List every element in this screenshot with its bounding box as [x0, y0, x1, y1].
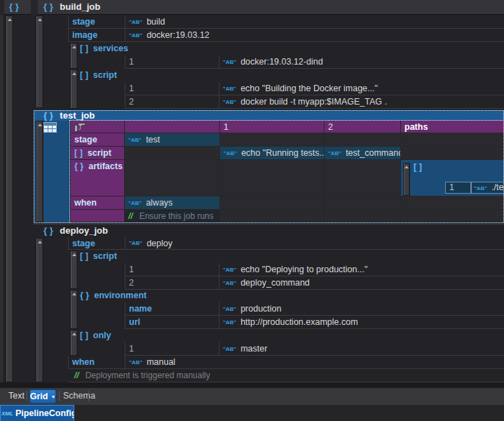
index-label: 1: [129, 83, 134, 93]
only-collapse-bar[interactable]: [70, 330, 78, 356]
deploy-job-header[interactable]: { } deploy_job: [43, 225, 108, 236]
table-empty-cell[interactable]: [219, 160, 324, 196]
build-script-collapse-bar[interactable]: [70, 69, 78, 109]
root-collapse-bar[interactable]: [6, 15, 13, 382]
table-stage-key-cell[interactable]: stage: [70, 133, 124, 147]
table-comment-cell[interactable]: //Ensure this job runs: [124, 210, 219, 222]
test-job-header-row[interactable]: [34, 110, 504, 121]
object-brace-icon: { }: [43, 1, 53, 12]
environment-url-key-cell[interactable]: url: [125, 316, 219, 329]
image-value-cell[interactable]: "AB"docker:19.03.12: [125, 29, 504, 42]
when-key-cell[interactable]: when: [68, 356, 125, 369]
file-tab-pipelineconfig[interactable]: XML PipelineConfig: [0, 405, 74, 421]
only-index-cell[interactable]: 1: [125, 342, 219, 356]
stage-key-cell[interactable]: stage: [68, 15, 125, 29]
table-empty-cell[interactable]: [400, 196, 504, 210]
table-corner-cell[interactable]: ⤴: [70, 121, 124, 133]
table-col-header-paths[interactable]: paths: [400, 121, 504, 133]
string-type-icon: "AB": [128, 200, 142, 206]
stage-value-cell[interactable]: "AB"deploy: [125, 237, 504, 250]
value-text: deploy_command: [240, 278, 310, 288]
deploy-comment-row[interactable]: //Deployment is triggered manually: [74, 369, 210, 382]
tab-grid[interactable]: Grid ▼: [29, 389, 56, 403]
root-object-brace-icon[interactable]: { }: [9, 1, 19, 12]
table-artifacts-key-cell[interactable]: { }artifacts: [70, 160, 124, 196]
table-when-key-cell[interactable]: when: [70, 196, 124, 210]
environment-object-label[interactable]: { }environment: [80, 289, 147, 302]
paths-array-collapse-bar[interactable]: [403, 163, 410, 196]
table-when-value-cell[interactable]: "AB"always: [124, 196, 219, 210]
string-type-icon: "AB": [129, 19, 142, 25]
table-stage-value-cell[interactable]: "AB"test: [124, 133, 219, 147]
script-value-cell[interactable]: "AB"echo "Building the Docker image...": [219, 82, 504, 95]
transpose-table-icon[interactable]: ⤴: [74, 122, 86, 132]
table-empty-cell[interactable]: [219, 196, 324, 210]
only-array-label[interactable]: [ ]only: [80, 329, 111, 342]
collapse-arrow-icon: [72, 72, 76, 75]
collapse-arrow-icon: [38, 18, 42, 21]
services-value-cell[interactable]: "AB"docker:19.03.12-dind: [219, 55, 504, 69]
table-empty-cell[interactable]: [324, 196, 400, 210]
table-empty-cell[interactable]: [400, 133, 504, 147]
value-text: echo "Deploying to production...": [240, 265, 367, 274]
index-label: 1: [129, 57, 134, 67]
value-text: master: [240, 344, 267, 354]
services-index-cell[interactable]: 1: [125, 55, 219, 69]
paths-item-index-cell[interactable]: 1: [445, 182, 471, 194]
table-col-header-blank[interactable]: [124, 121, 219, 133]
services-collapse-bar[interactable]: [70, 43, 78, 69]
value-text: test: [146, 135, 160, 145]
table-empty-cell[interactable]: [324, 160, 400, 196]
table-empty-cell[interactable]: [124, 147, 219, 160]
table-empty-cell[interactable]: [324, 133, 400, 147]
stage-value-cell[interactable]: "AB"build: [125, 15, 504, 29]
script-value-cell[interactable]: "AB"docker build -t myapp:$IMAGE_TAG .: [219, 95, 504, 109]
header-splitter[interactable]: [31, 0, 38, 15]
table-col-header-2[interactable]: 2: [324, 121, 400, 133]
table-comment-key-cell[interactable]: [70, 210, 124, 222]
image-key-cell[interactable]: image: [68, 29, 125, 42]
script-value-cell[interactable]: "AB"echo "Deploying to production...": [219, 263, 504, 276]
environment-url-value-cell[interactable]: "AB"http://production.example.com: [219, 316, 504, 329]
table-script-value1-cell[interactable]: "AB"echo "Running tests...": [219, 147, 324, 160]
environment-name-value-cell[interactable]: "AB"production: [219, 302, 504, 316]
key-label: stage: [72, 239, 95, 248]
tab-schema[interactable]: Schema: [63, 387, 95, 405]
left-gutter: [0, 15, 4, 382]
deploy-script-array-label[interactable]: [ ]script: [80, 250, 117, 263]
when-value-cell[interactable]: "AB"manual: [125, 356, 504, 369]
environment-name-key-cell[interactable]: name: [125, 302, 219, 316]
script-value-cell[interactable]: "AB"deploy_command: [219, 276, 504, 290]
build-script-array-label[interactable]: [ ]script: [80, 69, 117, 82]
table-empty-cell[interactable]: [219, 133, 324, 147]
comment-text: Ensure this job runs: [139, 211, 214, 221]
services-array-label[interactable]: [ ]services: [80, 42, 128, 55]
test-job-collapse-bar[interactable]: [36, 121, 43, 222]
test-job-header[interactable]: { } test_job: [43, 110, 95, 121]
table-empty-cell[interactable]: [219, 210, 324, 222]
array-label-text: script: [93, 251, 117, 261]
table-script-value2-cell[interactable]: "AB"test_command: [324, 147, 400, 160]
table-script-key-cell[interactable]: [ ]script: [70, 147, 124, 160]
environment-collapse-bar[interactable]: [70, 290, 78, 329]
table-empty-cell[interactable]: [124, 160, 219, 196]
build-job-collapse-bar[interactable]: [36, 15, 43, 108]
deploy-job-collapse-bar[interactable]: [36, 238, 43, 382]
script-index-cell[interactable]: 2: [125, 276, 219, 290]
table-col-header-1[interactable]: 1: [219, 121, 324, 133]
only-value-cell[interactable]: "AB"master: [219, 342, 504, 356]
string-type-icon: "AB": [328, 150, 341, 156]
script-index-cell[interactable]: 2: [125, 95, 219, 109]
table-empty-cell[interactable]: [400, 147, 504, 160]
build-job-header[interactable]: { } build_job: [43, 1, 100, 12]
script-index-cell[interactable]: 1: [125, 82, 219, 95]
key-label: url: [129, 317, 140, 327]
paths-item-value-cell[interactable]: "AB"./tes: [471, 182, 504, 194]
object-brace-icon: { }: [80, 290, 89, 300]
stage-key-cell[interactable]: stage: [68, 237, 125, 250]
table-empty-cell[interactable]: [400, 210, 504, 222]
deploy-script-collapse-bar[interactable]: [70, 250, 78, 289]
script-index-cell[interactable]: 1: [125, 263, 219, 276]
table-empty-cell[interactable]: [324, 210, 400, 222]
tab-text[interactable]: Text: [8, 387, 25, 405]
